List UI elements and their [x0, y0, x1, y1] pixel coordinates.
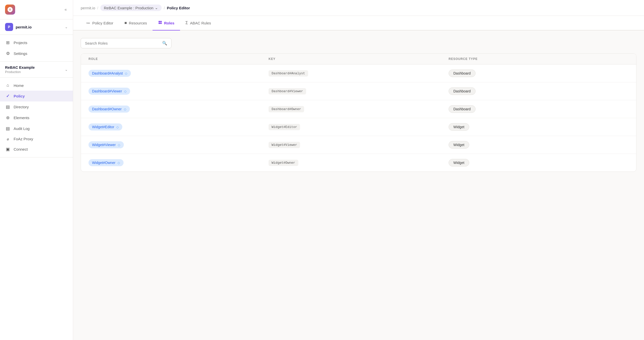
tab-abac-rules[interactable]: Σ ABAC Rules: [180, 16, 217, 30]
diamond-icon: ◇: [124, 107, 126, 111]
workspace-chevron-icon: ⌄: [65, 25, 68, 29]
diamond-icon: ◇: [118, 161, 120, 165]
sidebar: « P permit.io ⌄ ⊞ Projects ⚙ Settings Re…: [0, 0, 73, 340]
nav-bottom-section: ⌂ Home ✓ Policy ▤ Directory ⊛ Elements ▤…: [0, 78, 73, 157]
connect-icon: ▣: [5, 147, 11, 152]
sidebar-item-settings[interactable]: ⚙ Settings: [0, 48, 73, 59]
table-header: ROLE KEY RESOURCE TYPE: [81, 54, 636, 64]
role-name: Widget#Owner: [92, 161, 115, 165]
abac-rules-tab-icon: Σ: [186, 21, 188, 25]
sidebar-item-projects[interactable]: ⊞ Projects: [0, 37, 73, 48]
search-input[interactable]: [85, 41, 160, 45]
roles-tab-icon: [158, 20, 162, 25]
resource-badge: Widget: [449, 159, 469, 166]
sidebar-item-label: Elements: [14, 116, 30, 120]
table-row: Dashboard#Owner ◇ Dashboard#Owner Dashbo…: [81, 100, 636, 118]
search-container: 🔍: [81, 38, 636, 48]
col-header-resource-type: RESOURCE TYPE: [449, 57, 629, 61]
audit-log-icon: ▤: [5, 126, 11, 131]
workspace-selector[interactable]: P permit.io ⌄: [0, 19, 73, 35]
collapse-button[interactable]: «: [64, 6, 68, 13]
role-badge[interactable]: Dashboard#Viewer ◇: [89, 88, 130, 95]
role-badge[interactable]: Widget#Owner ◇: [89, 159, 124, 166]
role-name: Dashboard#Analyst: [92, 71, 123, 75]
svg-rect-3: [159, 23, 160, 24]
main-content: permit.io / ReBAC Example : Production ⌄…: [73, 0, 644, 340]
role-badge[interactable]: Widget#Viewer ◇: [89, 141, 124, 148]
search-box[interactable]: 🔍: [81, 38, 171, 48]
resource-cell: Widget: [449, 159, 629, 166]
tab-policy-editor[interactable]: ≔ Policy Editor: [81, 16, 119, 30]
sidebar-item-foaz-proxy[interactable]: ⌀ FoAz Proxy: [0, 134, 73, 144]
resource-badge: Dashboard: [449, 70, 476, 77]
diamond-icon: ◇: [118, 143, 120, 147]
role-cell: Widget#Owner ◇: [89, 159, 269, 166]
sidebar-item-directory[interactable]: ▤ Directory: [0, 101, 73, 112]
breadcrumb-sep-1: /: [97, 6, 98, 10]
sidebar-item-label: Directory: [14, 105, 29, 109]
search-icon: 🔍: [162, 41, 167, 46]
project-section: ReBAC Example Production ⌄: [0, 62, 73, 78]
col-header-key: KEY: [269, 57, 449, 61]
project-header: ReBAC Example Production ⌄: [5, 65, 68, 74]
key-badge: Widget#Viewer: [269, 142, 300, 148]
content-area: 🔍 ROLE KEY RESOURCE TYPE Dashboard#Analy…: [73, 30, 644, 340]
workspace-name: permit.io: [16, 25, 62, 29]
role-cell: Widget#Viewer ◇: [89, 141, 269, 148]
sidebar-item-label: FoAz Proxy: [14, 137, 33, 141]
tab-resources-label: Resources: [129, 21, 147, 25]
role-badge[interactable]: Dashboard#Analyst ◇: [89, 70, 131, 77]
role-badge[interactable]: Dashboard#Owner ◇: [89, 106, 130, 113]
tab-roles[interactable]: Roles: [153, 16, 180, 30]
tab-resources[interactable]: ■ Resources: [119, 16, 152, 30]
sidebar-item-audit-log[interactable]: ▤ Audit Log: [0, 123, 73, 134]
breadcrumb-root: permit.io: [81, 6, 95, 10]
key-cell: Dashboard#Analyst: [269, 70, 449, 77]
key-badge: Widget#Editor: [269, 124, 300, 130]
table-row: Dashboard#Analyst ◇ Dashboard#Analyst Da…: [81, 64, 636, 82]
svg-rect-1: [159, 21, 160, 22]
breadcrumb-project-pill[interactable]: ReBAC Example : Production ⌄: [100, 5, 162, 11]
policy-editor-tab-icon: ≔: [86, 21, 90, 25]
role-name: Dashboard#Owner: [92, 107, 122, 111]
sidebar-item-elements[interactable]: ⊛ Elements: [0, 112, 73, 123]
resource-cell: Widget: [449, 141, 629, 149]
key-badge: Dashboard#Viewer: [269, 88, 306, 94]
elements-icon: ⊛: [5, 115, 11, 120]
resource-cell: Dashboard: [449, 105, 629, 113]
svg-rect-2: [160, 21, 161, 22]
table-row: Dashboard#Viewer ◇ Dashboard#Viewer Dash…: [81, 82, 636, 100]
table-row: Widget#Owner ◇ Widget#Owner Widget: [81, 154, 636, 172]
key-cell: Widget#Owner: [269, 160, 449, 166]
breadcrumb-current: Policy Editor: [167, 6, 190, 10]
nav-top-section: ⊞ Projects ⚙ Settings: [0, 35, 73, 62]
sidebar-item-label: Projects: [14, 41, 27, 45]
role-cell: Widget#Editor ◇: [89, 123, 269, 130]
sidebar-item-connect[interactable]: ▣ Connect: [0, 144, 73, 155]
foaz-proxy-icon: ⌀: [5, 137, 11, 141]
key-badge: Widget#Owner: [269, 160, 298, 166]
sidebar-item-home[interactable]: ⌂ Home: [0, 80, 73, 91]
tab-abac-rules-label: ABAC Rules: [190, 21, 211, 25]
role-badge[interactable]: Widget#Editor ◇: [89, 123, 122, 130]
directory-icon: ▤: [5, 104, 11, 110]
role-name: Widget#Viewer: [92, 143, 116, 147]
resource-cell: Widget: [449, 123, 629, 131]
home-icon: ⌂: [5, 83, 11, 88]
key-cell: Widget#Editor: [269, 124, 449, 130]
table-body: Dashboard#Analyst ◇ Dashboard#Analyst Da…: [81, 64, 636, 172]
col-header-role: ROLE: [89, 57, 269, 61]
role-name: Widget#Editor: [92, 125, 114, 129]
resource-badge: Dashboard: [449, 87, 476, 95]
projects-icon: ⊞: [5, 40, 11, 45]
key-cell: Dashboard#Owner: [269, 106, 449, 112]
resource-cell: Dashboard: [449, 87, 629, 95]
project-name: ReBAC Example: [5, 65, 35, 70]
sidebar-header: «: [0, 0, 73, 19]
logo-area: [5, 5, 15, 15]
sidebar-item-policy[interactable]: ✓ Policy: [0, 91, 73, 101]
breadcrumb-sep-2: /: [164, 6, 165, 10]
breadcrumb-project-label: ReBAC Example : Production: [104, 6, 154, 10]
tab-policy-editor-label: Policy Editor: [92, 21, 113, 25]
resources-tab-icon: ■: [124, 21, 127, 25]
